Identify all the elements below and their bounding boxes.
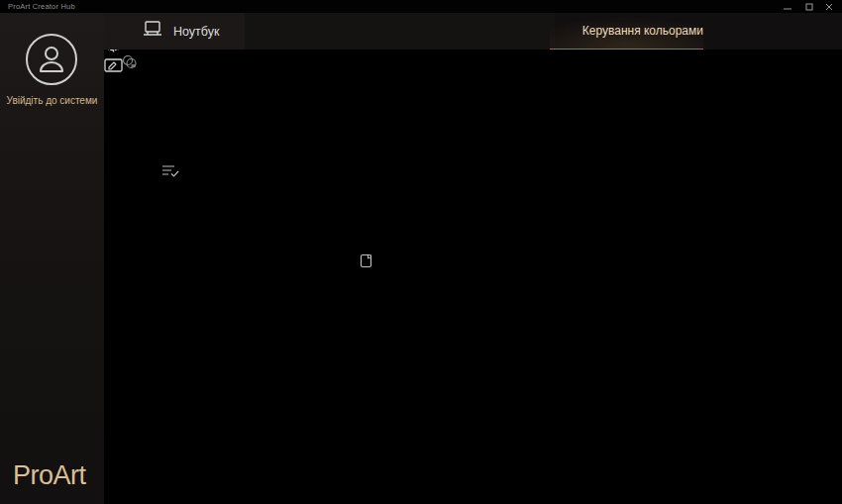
- sign-in-link[interactable]: Увійдіть до системи: [0, 95, 104, 106]
- feedback-icon[interactable]: [104, 57, 842, 78]
- nav-active-label: Керування кольорами: [582, 24, 703, 38]
- color-info-header: Інформація про колір: [0, 163, 842, 182]
- pantone-color-name: PANTONE 3559 C: [0, 290, 842, 308]
- color-info-rows: RGB 146 / 73 / 163 HEX #9249A3 CMYK 10 /…: [0, 182, 842, 253]
- tab-device-label: Ноутбук: [173, 25, 219, 39]
- hue-center-swatch: RGB 146/73/163: [0, 92, 842, 110]
- minimize-button[interactable]: [777, 0, 798, 13]
- window-title: ProArt Creator Hub: [8, 2, 75, 11]
- info-row-lab: LAB 43,54 / 44,90 / -35,84: [0, 236, 842, 253]
- pantone-logo-block: PANTONE Digital Color: [0, 272, 842, 290]
- luminance-chip-color: RGB 146/73/163: [0, 110, 842, 146]
- pantone-card[interactable]: PANTONE Digital Color PANTONE 3559 C PAN…: [0, 272, 842, 381]
- pantone-caption-row: найбільші доступні опції кольору PANTONE…: [0, 253, 842, 272]
- pantone-color-desc: PANTONE® FORMULA GUIDE Solid Coated: [0, 308, 842, 326]
- nav-item-color-management[interactable]: Керування кольорами: [550, 13, 703, 50]
- sidebar: Увійдіть до системи ProArt: [0, 13, 104, 504]
- color-analysis-body: Відтінок Світіння RGB 146/73/163 RGB 146…: [0, 74, 842, 163]
- titlebar: ProArt Creator Hub: [0, 0, 842, 13]
- user-avatar-icon[interactable]: [26, 34, 77, 85]
- maximize-button[interactable]: [798, 0, 820, 13]
- laptop-icon: [142, 21, 163, 42]
- info-row-cmyk: CMYK 10 / 55 / 0 / 36: [0, 218, 842, 236]
- info-row-hex: HEX #9249A3: [0, 200, 842, 218]
- tab-device[interactable]: Ноутбук: [104, 13, 245, 50]
- pantone-count: - 1: [337, 254, 356, 271]
- info-row-rgb: RGB 146 / 73 / 163: [0, 182, 842, 200]
- luminance-chip-label: RGB: [0, 110, 842, 128]
- nav-spacer: [245, 13, 555, 50]
- pantone-guide-icon[interactable]: [360, 254, 372, 271]
- luminance-chip-value: 146/73/163: [0, 128, 842, 146]
- color-wheel-icon: [562, 22, 574, 41]
- luminance-chip-selected[interactable]: RGB 146/73/163 46%: [0, 110, 842, 163]
- top-nav: Ноутбук Керування кольорами: [104, 13, 842, 50]
- proart-logo: ProArt: [13, 460, 86, 491]
- pantone-info-block: PANTONE 3559 C PANTONE® FORMULA GUIDE So…: [0, 290, 842, 346]
- color-info-panel: Інформація про колір RGB 146 / 73 / 163 …: [0, 163, 842, 253]
- pantone-prev-button[interactable]: [0, 346, 842, 363]
- pantone-brand: PANTONE®: [246, 254, 333, 271]
- pantone-next-button[interactable]: [0, 363, 842, 381]
- luminance-chip-percent: 46%: [0, 146, 842, 163]
- list-check-icon[interactable]: [161, 164, 179, 181]
- close-button[interactable]: [818, 0, 840, 13]
